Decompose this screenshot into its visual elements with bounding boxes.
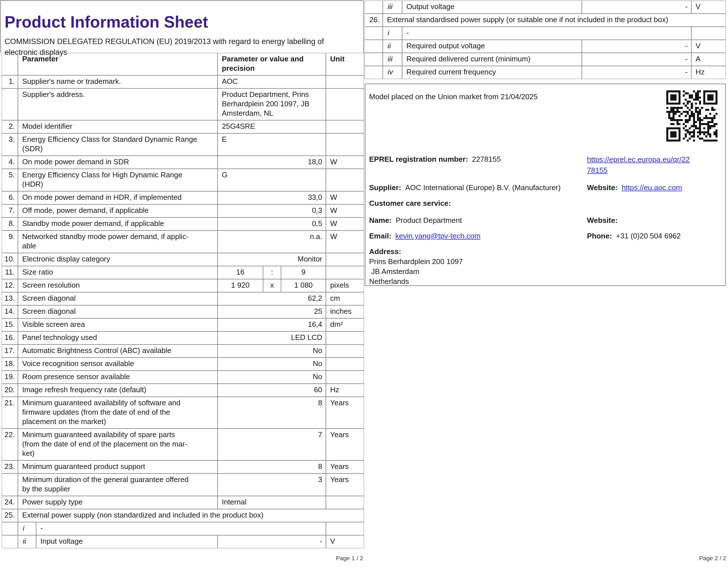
row-label: Electronic display category	[18, 253, 218, 266]
table-row: ivRequired current frequency-Hz	[365, 66, 726, 79]
row-number: 5.	[2, 169, 18, 191]
row-value: -	[582, 40, 691, 53]
email-row: Email:kevin.yang@tpv-tech.com Phone:+31 …	[369, 231, 721, 241]
parameter-table-page2: iiiOutput voltage-V26.External standardi…	[365, 1, 726, 79]
row-label: Model identifier	[18, 120, 218, 133]
row-number	[2, 473, 18, 496]
row-number: 12.	[2, 279, 18, 292]
row-label: Minimum guaranteed availability of softw…	[18, 397, 218, 429]
row-label: Energy Efficiency Class for Standard Dyn…	[18, 133, 218, 156]
row-number	[2, 522, 18, 535]
row-unit	[326, 120, 364, 133]
table-row: 15.Visible screen area16,4dm²	[2, 318, 364, 331]
row-value-separator: x	[263, 279, 281, 292]
row-value: No	[218, 371, 326, 384]
table-row: i-	[365, 27, 726, 40]
table-row: 24.Power supply typeInternal	[2, 496, 364, 509]
row-value: 3	[218, 473, 326, 496]
row-unit	[326, 88, 364, 120]
row-label: -	[402, 27, 691, 40]
row-number: 9.	[2, 231, 18, 253]
row-value: 25G4SRE	[218, 120, 326, 133]
row-unit	[326, 357, 364, 371]
row-number: 4.	[2, 156, 18, 169]
row-number: 14.	[2, 305, 18, 318]
col-header-parameter: Parameter	[18, 53, 218, 75]
row-subnumber: iii	[383, 1, 402, 14]
row-value: 0,5	[218, 218, 326, 231]
table-row: iiiRequired delivered current (minimum)-…	[365, 53, 726, 66]
row-unit: Years	[326, 460, 364, 473]
row-value: Internal	[218, 496, 326, 509]
row-number: 16.	[2, 331, 18, 344]
row-number: 11.	[2, 266, 18, 279]
row-value: Monitor	[218, 253, 326, 266]
row-label: External standardised power supply (or s…	[383, 14, 726, 27]
row-label: Supplier's name or trademark.	[18, 75, 218, 88]
table-row: iiiOutput voltage-V	[365, 1, 726, 14]
page-2: iiiOutput voltage-V26.External standardi…	[364, 0, 728, 569]
row-number: 15.	[2, 318, 18, 331]
table-row: iiRequired output voltage-V	[365, 40, 726, 53]
table-row: 5.Energy Efficiency Class for High Dynam…	[2, 169, 364, 191]
table-row: Supplier's address.Product Department, P…	[2, 88, 364, 120]
row-value: No	[218, 357, 326, 371]
table-row: 2.Model identifier25G4SRE	[2, 120, 364, 133]
name-label: Name:	[369, 216, 392, 225]
table-row: 4.On mode power demand in SDR18,0W	[2, 156, 364, 169]
page-title: Product Information Sheet	[5, 13, 208, 31]
row-subnumber: i	[18, 522, 36, 535]
row-label: Off mode, power demand, if applicable	[18, 204, 218, 218]
page-footer-1: Page 1 / 2	[336, 555, 363, 562]
parameter-table-page1: Parameter Parameter or value and precisi…	[2, 53, 364, 548]
website-link[interactable]: https://eu.aoc.com	[622, 183, 682, 192]
table-row: 1.Supplier's name or trademark.AOC	[2, 75, 364, 88]
table-row: 10.Electronic display categoryMonitor	[2, 253, 364, 266]
row-value: LED LCD	[218, 331, 326, 344]
eprel-label: EPREL registration number:	[369, 155, 468, 164]
row-number: 13.	[2, 292, 18, 305]
row-unit	[691, 27, 726, 40]
col-header-number	[2, 53, 18, 75]
row-value: 1 080	[281, 279, 326, 292]
row-subnumber: i	[383, 27, 402, 40]
row-label: Required delivered current (minimum)	[402, 53, 582, 66]
table-row: 19.Room presence sensor availableNo	[2, 371, 364, 384]
row-unit: Years	[326, 397, 364, 429]
table-row: 17.Automatic Brightness Control (ABC) av…	[2, 344, 364, 357]
row-value: -	[582, 53, 691, 66]
row-number: 10.	[2, 253, 18, 266]
row-label: Required output voltage	[402, 40, 582, 53]
row-unit: inches	[326, 305, 364, 318]
supplier-info-box: Model placed on the Union market from 21…	[365, 84, 726, 286]
row-subnumber: ii	[383, 40, 402, 53]
row-unit: W	[326, 156, 364, 169]
table-row: i-	[2, 522, 364, 535]
row-unit: V	[691, 40, 726, 53]
row-value: -	[582, 1, 691, 14]
row-label: Image refresh frequency rate (default)	[18, 384, 218, 397]
phone-field: Phone:+31 (0)20 504 6962	[587, 231, 681, 241]
row-label: Automatic Brightness Control (ABC) avail…	[18, 344, 218, 357]
row-unit: Years	[326, 429, 364, 460]
table-row: 16.Panel technology usedLED LCD	[2, 331, 364, 344]
row-label: External power supply (non standardized …	[18, 509, 364, 522]
row-label: Output voltage	[402, 1, 582, 14]
row-number: 1.	[2, 75, 18, 88]
row-unit: Years	[326, 473, 364, 496]
row-value: 33,0	[218, 191, 326, 204]
eprel-link[interactable]: https://eprel.ec.europa.eu/qr/22 78155	[587, 154, 690, 176]
website-label: Website:	[587, 183, 618, 192]
row-unit: A	[691, 53, 726, 66]
row-value: 18,0	[218, 156, 326, 169]
table-row: 6.On mode power demand in HDR, if implem…	[2, 191, 364, 204]
email-link[interactable]: kevin.yang@tpv-tech.com	[395, 232, 481, 240]
phone-label: Phone:	[587, 232, 612, 240]
phone-value: +31 (0)20 504 6962	[616, 232, 681, 240]
row-unit: W	[326, 218, 364, 231]
row-value: 8	[218, 397, 326, 429]
table-row: iiInput voltage-V	[2, 535, 364, 548]
row-number: 8.	[2, 218, 18, 231]
row-value: 16	[218, 266, 263, 279]
row-value: 1 920	[218, 279, 263, 292]
